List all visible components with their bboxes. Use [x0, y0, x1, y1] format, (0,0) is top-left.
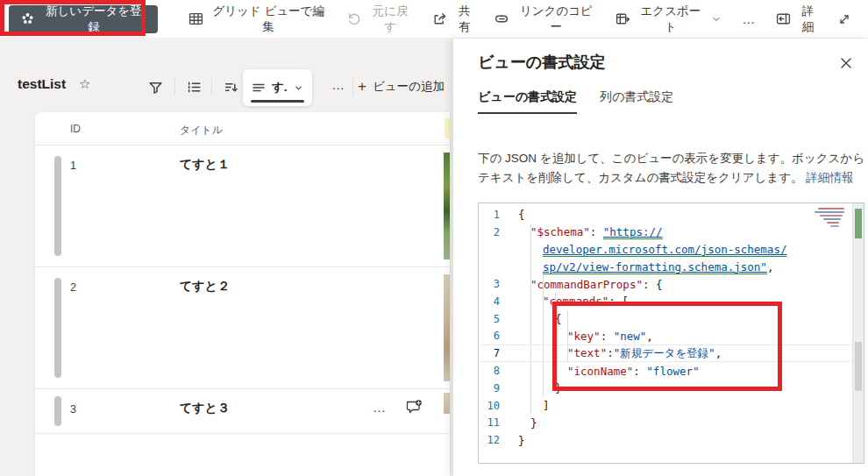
add-view-button[interactable]: + ビューの追加	[358, 74, 445, 100]
line-number: 5	[479, 313, 509, 325]
filter-icon	[148, 80, 163, 95]
share-button[interactable]: 共有	[423, 4, 486, 35]
close-panel-button[interactable]	[835, 52, 857, 75]
grouped-list-icon	[187, 80, 202, 95]
details-label: 詳細	[798, 4, 818, 35]
code-line[interactable]: 8"iconName": "flower"	[479, 362, 851, 380]
row-accent-bar	[54, 396, 61, 426]
undo-label: 元に戻す	[368, 4, 413, 35]
table-header: ID タイトル	[35, 112, 450, 146]
learn-more-link[interactable]: 詳細情報	[806, 171, 853, 184]
panel-title: ビューの書式設定	[478, 52, 605, 73]
link-icon	[494, 11, 509, 26]
line-number: 3	[479, 278, 509, 290]
cell-id: 3	[70, 403, 76, 416]
group-by-button[interactable]	[181, 74, 207, 100]
selected-view-underline	[251, 100, 304, 103]
json-code-editor[interactable]: 1{2"$schema": "https://developer.microso…	[478, 202, 864, 464]
code-line[interactable]: 10]	[479, 397, 851, 415]
sort-button[interactable]	[217, 74, 244, 100]
filter-button[interactable]	[142, 74, 168, 100]
export-label: エクスポート	[637, 4, 705, 35]
export-button[interactable]: エクスポート	[606, 4, 732, 35]
list-title: testList	[18, 76, 66, 92]
line-number: 7	[479, 347, 509, 359]
panel-tabs: ビューの書式設定 列の書式設定	[478, 89, 673, 114]
table-row[interactable]: 2 てすと２	[35, 267, 450, 389]
line-number: 10	[479, 400, 509, 412]
code-lines: 1{2"$schema": "https://developer.microso…	[479, 206, 851, 449]
format-view-panel: ビューの書式設定 ビューの書式設定 列の書式設定 下の JSON を追加して、こ…	[453, 39, 868, 476]
plus-icon: +	[358, 78, 366, 96]
command-overflow-button[interactable]: …	[731, 11, 766, 26]
cell-title: てすと３	[180, 401, 230, 416]
expand-diagonal-icon	[837, 12, 851, 26]
code-line[interactable]: 2"$schema": "https://	[479, 224, 851, 241]
code-line[interactable]: 11}	[479, 415, 851, 432]
table-row[interactable]: 1 てすと１	[35, 146, 450, 267]
scrollbar-change-marker	[855, 209, 862, 238]
panel-description: 下の JSON を追加して、このビューの表示を変更します。ボックスからテキストを…	[478, 149, 865, 188]
code-line[interactable]: 5{	[479, 310, 851, 328]
code-line[interactable]: 12}	[479, 431, 851, 449]
column-header-id[interactable]: ID	[70, 123, 81, 135]
export-icon	[615, 11, 630, 26]
editor-scrollbar[interactable]	[852, 203, 864, 463]
code-line[interactable]: 1{	[479, 206, 851, 224]
code-line[interactable]: 3"commandBarProps": {	[479, 275, 851, 293]
line-number: 12	[479, 434, 509, 446]
copy-link-label: リンクのコピー	[516, 4, 596, 35]
tab-view-formatting[interactable]: ビューの書式設定	[478, 89, 577, 114]
sort-icon	[224, 80, 238, 95]
line-number: 4	[479, 295, 509, 308]
code-line[interactable]: sp/v2/view-formatting.schema.json",	[479, 258, 851, 275]
code-line[interactable]: developer.microsoft.com/json-schemas/	[479, 241, 851, 259]
line-number: 2	[479, 226, 509, 238]
list-card: ID タイトル 1 てすと１ 2 てすと２ 3 てすと３ …	[35, 112, 450, 476]
add-view-label: ビューの追加	[373, 79, 445, 95]
open-pane-icon	[776, 11, 791, 26]
close-icon	[840, 57, 852, 69]
row-image-thumbnail	[444, 153, 450, 259]
new-data-button[interactable]: 新しいデータを登録	[9, 5, 158, 33]
view-header: testList ☆ す. … + ビューの追加	[0, 67, 453, 109]
view-selector-tab[interactable]: す.	[243, 69, 312, 106]
expand-button[interactable]	[828, 4, 861, 35]
view-lines-icon	[252, 81, 266, 95]
code-line[interactable]: 9}	[479, 380, 851, 397]
edit-grid-view-button[interactable]: グリッド ビューで編集	[179, 4, 337, 35]
edit-grid-view-label: グリッド ビューで編集	[210, 4, 327, 35]
undo-button[interactable]: 元に戻す	[337, 4, 423, 35]
grid-icon	[189, 11, 203, 26]
command-bar-items: グリッド ビューで編集 元に戻す 共有 リンクのコピー エクスポート	[179, 4, 767, 35]
command-bar: 新しいデータを登録 グリッド ビューで編集 元に戻す 共有 リンクのコピー	[0, 0, 868, 39]
tab-column-formatting[interactable]: 列の書式設定	[600, 89, 673, 114]
code-line[interactable]: 4"commands": [	[479, 293, 851, 310]
view-selector-label: す.	[272, 80, 288, 96]
share-label: 共有	[454, 4, 476, 35]
minimap	[815, 208, 846, 229]
table-row[interactable]: 3 てすと３ …	[35, 389, 450, 434]
code-line[interactable]: 7"text":"新規データを登録",	[479, 345, 851, 362]
row-overflow-button[interactable]: …	[373, 400, 387, 415]
details-pane-button[interactable]: 詳細	[766, 4, 828, 35]
scrollbar-thumb[interactable]	[855, 342, 862, 391]
divider	[211, 78, 212, 96]
column-header-title[interactable]: タイトル	[180, 123, 223, 138]
new-data-button-label: 新しいデータを登録	[42, 4, 146, 35]
chevron-down-icon	[294, 83, 303, 93]
line-number: 1	[479, 209, 509, 221]
row-accent-bar	[54, 278, 61, 378]
favorite-star-icon[interactable]: ☆	[79, 76, 90, 92]
code-line[interactable]: 6"key": "new",	[479, 328, 851, 345]
comment-add-button[interactable]	[405, 400, 423, 416]
divider	[352, 78, 353, 96]
row-image-thumbnail	[444, 274, 450, 381]
line-number: 8	[479, 365, 509, 377]
view-overflow-button[interactable]: …	[321, 77, 356, 92]
copy-link-button[interactable]: リンクのコピー	[485, 4, 606, 35]
cell-title: てすと２	[180, 279, 230, 295]
cell-id: 2	[70, 281, 76, 294]
row-image-thumbnail	[444, 393, 450, 414]
row-accent-bar	[54, 156, 61, 256]
